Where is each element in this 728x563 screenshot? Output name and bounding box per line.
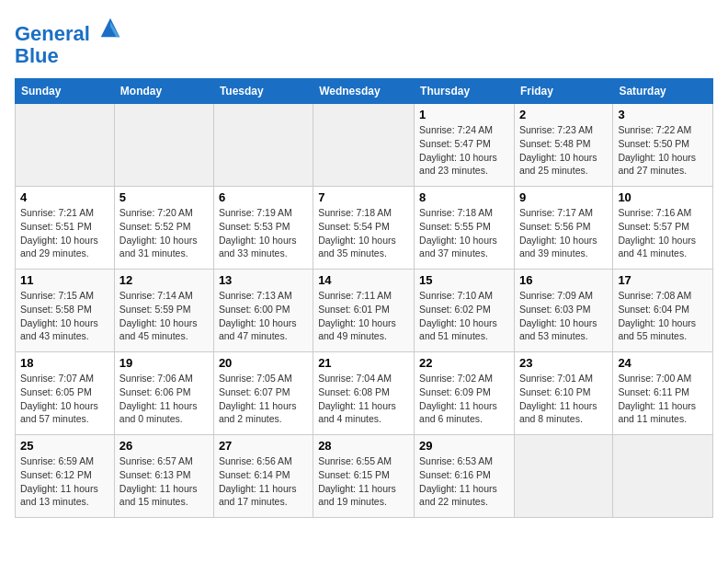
day-info: Sunrise: 6:57 AM Sunset: 6:13 PM Dayligh…: [119, 454, 209, 509]
day-cell: [114, 104, 213, 187]
day-info: Sunrise: 6:56 AM Sunset: 6:14 PM Dayligh…: [219, 454, 308, 509]
day-number: 17: [618, 273, 708, 287]
logo: General Blue: [15, 15, 123, 67]
day-number: 13: [219, 273, 308, 287]
week-row-5: 25Sunrise: 6:59 AM Sunset: 6:12 PM Dayli…: [16, 435, 713, 518]
day-number: 19: [119, 356, 209, 370]
calendar-table: SundayMondayTuesdayWednesdayThursdayFrid…: [15, 78, 713, 518]
day-info: Sunrise: 7:10 AM Sunset: 6:02 PM Dayligh…: [419, 289, 509, 343]
day-info: Sunrise: 7:23 AM Sunset: 5:48 PM Dayligh…: [519, 123, 608, 178]
day-cell: [613, 435, 713, 518]
day-cell: 16Sunrise: 7:09 AM Sunset: 6:03 PM Dayli…: [514, 270, 612, 352]
day-cell: 24Sunrise: 7:00 AM Sunset: 6:11 PM Dayli…: [613, 352, 713, 435]
day-info: Sunrise: 7:18 AM Sunset: 5:54 PM Dayligh…: [318, 206, 409, 260]
logo-text: General Blue: [15, 15, 123, 67]
day-number: 22: [419, 356, 509, 370]
day-number: 4: [20, 190, 109, 204]
week-row-1: 1Sunrise: 7:24 AM Sunset: 5:47 PM Daylig…: [16, 104, 713, 187]
day-number: 29: [419, 439, 509, 453]
day-info: Sunrise: 7:13 AM Sunset: 6:00 PM Dayligh…: [219, 289, 308, 343]
day-header-wednesday: Wednesday: [313, 79, 415, 104]
day-info: Sunrise: 7:01 AM Sunset: 6:10 PM Dayligh…: [519, 372, 608, 426]
day-number: 2: [519, 108, 608, 121]
day-info: Sunrise: 7:15 AM Sunset: 5:58 PM Dayligh…: [20, 289, 109, 343]
day-cell: [514, 435, 612, 518]
day-cell: 9Sunrise: 7:17 AM Sunset: 5:56 PM Daylig…: [514, 187, 612, 270]
logo-icon: [97, 15, 123, 40]
day-info: Sunrise: 7:16 AM Sunset: 5:57 PM Dayligh…: [618, 206, 708, 260]
day-info: Sunrise: 7:24 AM Sunset: 5:47 PM Dayligh…: [419, 123, 509, 178]
day-cell: 5Sunrise: 7:20 AM Sunset: 5:52 PM Daylig…: [114, 187, 213, 270]
day-info: Sunrise: 7:04 AM Sunset: 6:08 PM Dayligh…: [318, 372, 409, 426]
week-row-2: 4Sunrise: 7:21 AM Sunset: 5:51 PM Daylig…: [16, 187, 713, 270]
day-cell: 11Sunrise: 7:15 AM Sunset: 5:58 PM Dayli…: [16, 270, 115, 352]
day-cell: [16, 104, 115, 187]
day-cell: [213, 104, 313, 187]
day-info: Sunrise: 7:19 AM Sunset: 5:53 PM Dayligh…: [219, 206, 308, 260]
day-info: Sunrise: 6:53 AM Sunset: 6:16 PM Dayligh…: [419, 454, 509, 509]
day-number: 28: [318, 439, 409, 453]
day-cell: 4Sunrise: 7:21 AM Sunset: 5:51 PM Daylig…: [16, 187, 115, 270]
page-header: General Blue: [15, 15, 713, 67]
week-row-4: 18Sunrise: 7:07 AM Sunset: 6:05 PM Dayli…: [16, 352, 713, 435]
day-number: 20: [219, 356, 308, 370]
day-number: 8: [419, 190, 509, 204]
day-number: 9: [519, 190, 608, 204]
day-cell: 13Sunrise: 7:13 AM Sunset: 6:00 PM Dayli…: [213, 270, 313, 352]
day-cell: 3Sunrise: 7:22 AM Sunset: 5:50 PM Daylig…: [613, 104, 713, 187]
day-number: 3: [618, 108, 708, 121]
day-cell: 29Sunrise: 6:53 AM Sunset: 6:16 PM Dayli…: [415, 435, 515, 518]
day-number: 23: [519, 356, 608, 370]
day-number: 16: [519, 273, 608, 287]
day-cell: 15Sunrise: 7:10 AM Sunset: 6:02 PM Dayli…: [415, 270, 515, 352]
day-info: Sunrise: 7:09 AM Sunset: 6:03 PM Dayligh…: [519, 289, 608, 343]
day-number: 6: [219, 190, 308, 204]
day-header-monday: Monday: [114, 79, 213, 104]
day-cell: 14Sunrise: 7:11 AM Sunset: 6:01 PM Dayli…: [313, 270, 415, 352]
day-info: Sunrise: 7:20 AM Sunset: 5:52 PM Dayligh…: [119, 206, 209, 260]
day-cell: 17Sunrise: 7:08 AM Sunset: 6:04 PM Dayli…: [613, 270, 713, 352]
day-number: 1: [419, 108, 509, 121]
day-cell: 22Sunrise: 7:02 AM Sunset: 6:09 PM Dayli…: [415, 352, 515, 435]
day-cell: 26Sunrise: 6:57 AM Sunset: 6:13 PM Dayli…: [114, 435, 213, 518]
day-number: 12: [119, 273, 209, 287]
day-number: 7: [318, 190, 409, 204]
day-number: 24: [618, 356, 708, 370]
day-header-friday: Friday: [514, 79, 612, 104]
day-header-saturday: Saturday: [613, 79, 713, 104]
day-number: 5: [119, 190, 209, 204]
day-number: 18: [20, 356, 109, 370]
day-info: Sunrise: 7:08 AM Sunset: 6:04 PM Dayligh…: [618, 289, 708, 343]
day-info: Sunrise: 7:21 AM Sunset: 5:51 PM Dayligh…: [20, 206, 109, 260]
day-cell: 23Sunrise: 7:01 AM Sunset: 6:10 PM Dayli…: [514, 352, 612, 435]
day-cell: 25Sunrise: 6:59 AM Sunset: 6:12 PM Dayli…: [16, 435, 115, 518]
day-cell: 1Sunrise: 7:24 AM Sunset: 5:47 PM Daylig…: [415, 104, 515, 187]
day-cell: 20Sunrise: 7:05 AM Sunset: 6:07 PM Dayli…: [213, 352, 313, 435]
day-cell: 8Sunrise: 7:18 AM Sunset: 5:55 PM Daylig…: [415, 187, 515, 270]
day-info: Sunrise: 7:00 AM Sunset: 6:11 PM Dayligh…: [618, 372, 708, 426]
day-number: 26: [119, 439, 209, 453]
day-info: Sunrise: 7:05 AM Sunset: 6:07 PM Dayligh…: [219, 372, 308, 426]
day-header-tuesday: Tuesday: [213, 79, 313, 104]
day-cell: 2Sunrise: 7:23 AM Sunset: 5:48 PM Daylig…: [514, 104, 612, 187]
day-cell: 10Sunrise: 7:16 AM Sunset: 5:57 PM Dayli…: [613, 187, 713, 270]
day-cell: 21Sunrise: 7:04 AM Sunset: 6:08 PM Dayli…: [313, 352, 415, 435]
day-cell: 19Sunrise: 7:06 AM Sunset: 6:06 PM Dayli…: [114, 352, 213, 435]
day-cell: 12Sunrise: 7:14 AM Sunset: 5:59 PM Dayli…: [114, 270, 213, 352]
day-cell: [313, 104, 415, 187]
day-number: 25: [20, 439, 109, 453]
day-info: Sunrise: 7:07 AM Sunset: 6:05 PM Dayligh…: [20, 372, 109, 426]
day-info: Sunrise: 6:59 AM Sunset: 6:12 PM Dayligh…: [20, 454, 109, 509]
day-info: Sunrise: 7:18 AM Sunset: 5:55 PM Dayligh…: [419, 206, 509, 260]
day-header-thursday: Thursday: [415, 79, 515, 104]
day-info: Sunrise: 7:02 AM Sunset: 6:09 PM Dayligh…: [419, 372, 509, 426]
calendar-header: SundayMondayTuesdayWednesdayThursdayFrid…: [16, 79, 713, 104]
day-number: 21: [318, 356, 409, 370]
day-number: 11: [20, 273, 109, 287]
day-cell: 6Sunrise: 7:19 AM Sunset: 5:53 PM Daylig…: [213, 187, 313, 270]
day-info: Sunrise: 7:17 AM Sunset: 5:56 PM Dayligh…: [519, 206, 608, 260]
day-info: Sunrise: 7:22 AM Sunset: 5:50 PM Dayligh…: [618, 123, 708, 178]
day-number: 14: [318, 273, 409, 287]
day-number: 27: [219, 439, 308, 453]
day-cell: 28Sunrise: 6:55 AM Sunset: 6:15 PM Dayli…: [313, 435, 415, 518]
